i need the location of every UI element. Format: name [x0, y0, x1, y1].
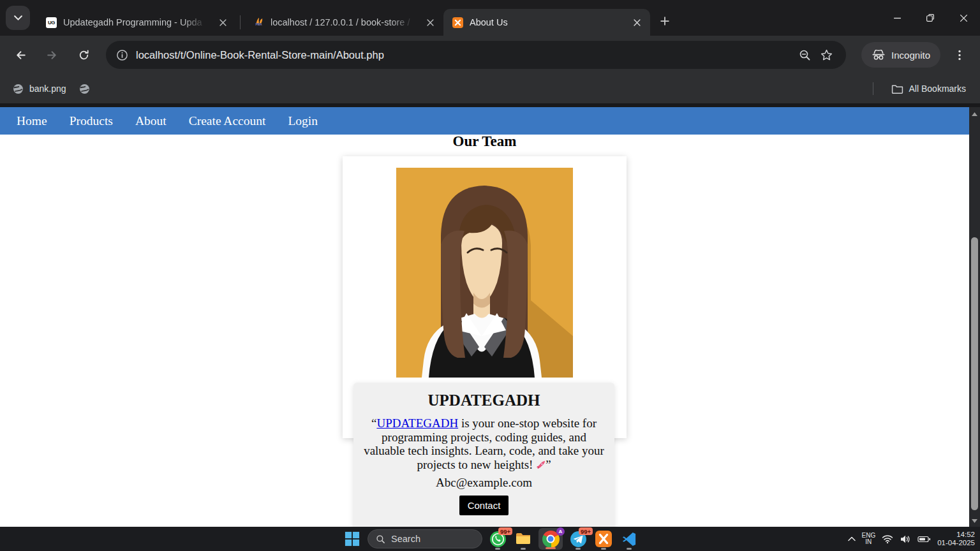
volume-indicator[interactable]: [900, 534, 911, 544]
site-info-icon[interactable]: [116, 49, 128, 61]
tray-time: 14:52: [937, 531, 975, 539]
bookmarks-bar: bank.png All Bookmarks: [0, 74, 980, 103]
start-button[interactable]: [342, 527, 362, 550]
taskbar-file-explorer[interactable]: [513, 527, 533, 550]
new-tab-button[interactable]: [655, 11, 674, 31]
battery-icon: [917, 535, 931, 543]
taskbar-search-box[interactable]: Search: [368, 529, 482, 548]
running-indicator: [495, 548, 500, 550]
tray-date: 01-04-2025: [937, 539, 975, 547]
tab-about-us[interactable]: About Us: [443, 9, 650, 36]
nav-link-about[interactable]: About: [135, 114, 167, 128]
zoom-out-magnifier-icon: [799, 49, 811, 61]
page-scrollbar[interactable]: [969, 107, 980, 527]
close-window-button[interactable]: [947, 0, 980, 36]
taskbar-telegram[interactable]: 99+: [568, 527, 588, 550]
taskbar-vscode[interactable]: [619, 527, 639, 550]
taskbar-chrome[interactable]: A: [538, 528, 563, 550]
close-icon: [427, 19, 434, 26]
incognito-label: Incognito: [891, 50, 930, 61]
star-icon: [820, 48, 833, 62]
incognito-badge: Incognito: [861, 42, 940, 68]
quote-close: ”: [546, 458, 551, 471]
taskbar-xampp[interactable]: [593, 527, 614, 550]
minimize-icon: [893, 14, 902, 22]
xampp-icon: [595, 531, 612, 547]
xampp-x-icon: [454, 19, 461, 26]
back-button[interactable]: [9, 43, 32, 66]
three-dots-icon: [958, 50, 961, 61]
bookmark-untitled[interactable]: [73, 80, 96, 98]
updategadh-link[interactable]: UPDATEGADH: [376, 416, 458, 430]
file-explorer-icon: [515, 531, 531, 547]
close-icon: [634, 19, 641, 26]
plus-icon: [660, 17, 669, 26]
all-bookmarks-label: All Bookmarks: [909, 84, 966, 94]
incognito-icon: [872, 48, 886, 62]
scrollbar-down-arrow[interactable]: [969, 517, 980, 525]
running-indicator: [601, 548, 606, 550]
forward-button[interactable]: [40, 43, 63, 66]
minimize-button[interactable]: [880, 0, 914, 36]
windows-logo-icon: [345, 531, 360, 547]
speaker-icon: [900, 534, 911, 544]
nav-link-create-account[interactable]: Create Account: [189, 114, 266, 128]
tab-close-button[interactable]: [423, 15, 437, 29]
language-indicator[interactable]: ENG IN: [862, 533, 876, 546]
bookmarks-bar-right: All Bookmarks: [873, 80, 972, 98]
tab-phpmyadmin[interactable]: PMA localhost / 127.0.0.1 / book-store /: [244, 9, 443, 36]
tab-title: Updategadh Programming - Upda: [63, 17, 209, 27]
restore-button[interactable]: [914, 0, 947, 36]
tab-updategadh[interactable]: UG Updategadh Programming - Upda: [37, 9, 236, 36]
globe-icon: [13, 84, 24, 94]
bookmarks-separator: [873, 82, 873, 95]
reload-icon: [78, 49, 90, 61]
tab-title: About Us: [470, 17, 623, 27]
bookmark-star-button[interactable]: [815, 44, 837, 66]
scrollbar-thumb[interactable]: [971, 237, 978, 510]
system-tray: ENG IN 14:52 01-04-2025: [848, 527, 976, 551]
phpmyadmin-favicon-text: PMA: [256, 24, 262, 26]
page-title: Our Team: [0, 133, 969, 150]
member-email: Abc@example.com: [353, 476, 614, 490]
zoom-button[interactable]: [794, 44, 815, 66]
wifi-icon: [882, 534, 893, 544]
tab-close-button[interactable]: [630, 15, 644, 29]
bookmark-bank-png[interactable]: bank.png: [6, 80, 73, 98]
member-quote: “UPDATEGADH is your one-stop website for…: [363, 416, 605, 471]
globe-icon: [79, 84, 90, 94]
clock[interactable]: 14:52 01-04-2025: [937, 531, 975, 547]
contact-button[interactable]: Contact: [459, 496, 509, 515]
updategadh-favicon: UG: [46, 17, 57, 28]
scrollbar-up-arrow[interactable]: [969, 110, 980, 119]
all-bookmarks-button[interactable]: All Bookmarks: [885, 80, 972, 98]
page-viewport: Home Products About Create Account Login…: [0, 107, 980, 527]
close-icon: [219, 19, 226, 26]
active-running-indicator: [546, 547, 556, 549]
window-controls: [880, 0, 980, 36]
windows-taskbar: Search 99+ A 99+: [0, 527, 980, 551]
running-indicator: [627, 548, 632, 550]
nav-link-products[interactable]: Products: [70, 114, 113, 128]
search-icon: [376, 534, 385, 544]
phpmyadmin-sail-icon: [255, 17, 264, 24]
taskbar-center-cluster: Search 99+ A 99+: [342, 527, 639, 551]
rocket-icon: [536, 459, 546, 469]
url-text[interactable]: localhost/t/Online-Book-Rental-Store-mai…: [136, 49, 794, 61]
reload-button[interactable]: [72, 43, 95, 66]
address-bar[interactable]: localhost/t/Online-Book-Rental-Store-mai…: [106, 41, 846, 69]
browser-menu-button[interactable]: [948, 43, 971, 66]
language-line2: IN: [862, 539, 876, 546]
wifi-indicator[interactable]: [882, 534, 893, 544]
nav-link-home[interactable]: Home: [17, 114, 47, 128]
browser-chrome: UG Updategadh Programming - Upda PMA loc…: [0, 0, 980, 107]
tab-close-button[interactable]: [216, 15, 230, 29]
tab-search-button[interactable]: [6, 6, 30, 30]
tray-chevron-up[interactable]: [848, 536, 856, 541]
taskbar-whatsapp[interactable]: 99+: [487, 527, 508, 550]
nav-link-login[interactable]: Login: [288, 114, 318, 128]
team-member-photo: [396, 168, 573, 378]
woman-avatar-illustration: [396, 168, 573, 378]
battery-indicator[interactable]: [917, 535, 931, 543]
telegram-badge: 99+: [579, 527, 593, 535]
